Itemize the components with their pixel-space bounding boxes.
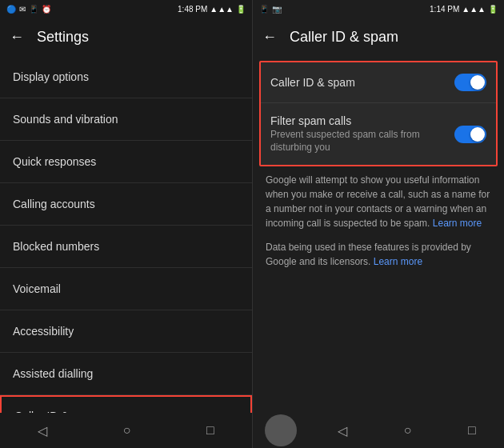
right-header: ← Caller ID & spam (253, 18, 504, 56)
right-status-icons: 📱 📷 (259, 5, 282, 14)
caller-id-toggle[interactable] (454, 74, 486, 91)
menu-item-blocked-numbers[interactable]: Blocked numbers (0, 226, 252, 267)
alarm-icon: ⏰ (42, 5, 51, 14)
settings-menu-list: Display options Sounds and vibration Qui… (0, 56, 252, 413)
right-status-right: 1:14 PM ▲▲▲ 🔋 (430, 5, 498, 14)
caller-id-content: Caller ID & spam (270, 76, 454, 89)
menu-item-display-options[interactable]: Display options (0, 56, 252, 98)
right-time: 1:14 PM (430, 5, 459, 14)
left-header: ← Settings (0, 18, 252, 56)
menu-item-sounds-vibration[interactable]: Sounds and vibration (0, 98, 252, 140)
left-header-title: Settings (37, 29, 89, 46)
menu-item-voicemail[interactable]: Voicemail (0, 268, 252, 310)
right-battery-icon: 🔋 (488, 5, 498, 14)
google-info-text: Google will attempt to show you useful i… (266, 173, 491, 230)
left-status-icons: 🔵 ✉ 📱 ⏰ (6, 5, 51, 14)
filter-spam-toggle-item: Filter spam calls Prevent suspected spam… (261, 102, 496, 165)
right-header-title: Caller ID & spam (290, 29, 398, 46)
left-back-button[interactable]: ← (10, 29, 24, 46)
right-bottom-nav: ◁ ○ □ (253, 413, 504, 448)
filter-spam-content: Filter spam calls Prevent suspected spam… (270, 114, 454, 154)
left-recent-nav[interactable]: □ (190, 417, 230, 444)
menu-item-quick-responses[interactable]: Quick responses (0, 141, 252, 182)
right-back-button[interactable]: ← (262, 29, 277, 46)
left-status-right: 1:48 PM ▲▲▲ 🔋 (178, 5, 246, 14)
left-status-bar: 🔵 ✉ 📱 ⏰ 1:48 PM ▲▲▲ 🔋 (0, 0, 252, 18)
caller-id-toggle-item: Caller ID & spam (261, 62, 496, 102)
learn-more-link-1[interactable]: Learn more (433, 218, 482, 229)
menu-item-calling-accounts[interactable]: Calling accounts (0, 183, 252, 225)
menu-item-accessibility[interactable]: Accessibility (0, 310, 252, 352)
right-home-nav[interactable]: ○ (388, 417, 428, 444)
right-signal-icon: ▲▲▲ (462, 5, 486, 14)
menu-item-caller-id-spam[interactable]: Caller ID & spam (0, 395, 252, 413)
signal-icon: ▲▲▲ (210, 5, 234, 14)
filter-spam-subtitle: Prevent suspected spam calls from distur… (270, 129, 445, 154)
phone-icon: 📱 (29, 5, 38, 14)
right-status-bar: 📱 📷 1:14 PM ▲▲▲ 🔋 (253, 0, 504, 18)
left-bottom-nav: ◁ ○ □ (0, 413, 252, 448)
right-phone-icon: 📱 (259, 5, 269, 14)
data-info-text: Data being used in these features is pro… (266, 240, 491, 269)
bluetooth-icon: 🔵 (6, 5, 16, 14)
right-content: Caller ID & spam Filter spam calls Preve… (253, 56, 504, 413)
message-icon: ✉ (19, 5, 26, 14)
filter-spam-title: Filter spam calls (270, 114, 445, 127)
filter-spam-toggle[interactable] (454, 126, 486, 143)
caller-id-title: Caller ID & spam (270, 76, 445, 89)
caller-id-spam-section: Caller ID & spam Filter spam calls Preve… (259, 61, 498, 166)
left-time: 1:48 PM (178, 5, 207, 14)
right-circle-decoration (265, 414, 297, 446)
right-panel: 📱 📷 1:14 PM ▲▲▲ 🔋 ← Caller ID & spam Cal… (252, 0, 504, 448)
left-home-nav[interactable]: ○ (107, 417, 147, 444)
right-back-nav[interactable]: ◁ (322, 417, 363, 445)
left-back-nav[interactable]: ◁ (22, 417, 63, 445)
right-recent-nav[interactable]: □ (452, 417, 492, 444)
battery-icon: 🔋 (236, 5, 246, 14)
learn-more-link-2[interactable]: Learn more (374, 256, 422, 267)
menu-item-assisted-dialling[interactable]: Assisted dialling (0, 353, 252, 394)
left-panel: 🔵 ✉ 📱 ⏰ 1:48 PM ▲▲▲ 🔋 ← Settings Display… (0, 0, 252, 448)
right-camera-icon: 📷 (272, 5, 282, 14)
